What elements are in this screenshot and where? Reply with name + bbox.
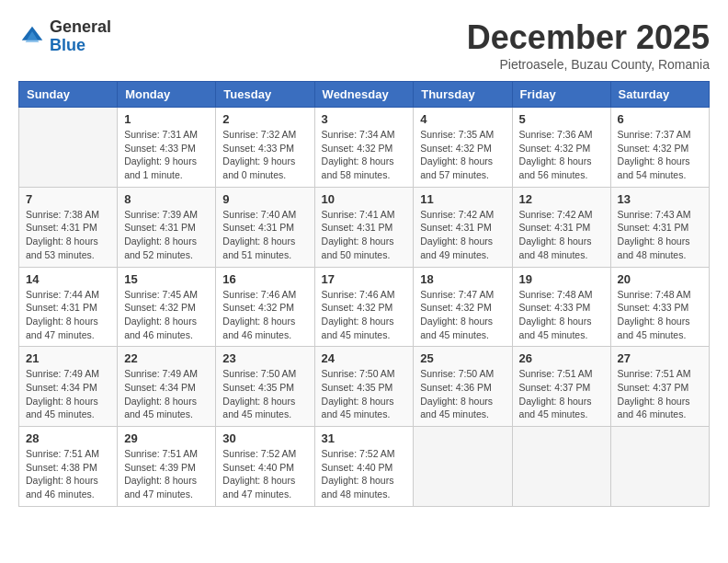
page-header: General Blue December 2025 Pietroasele, … bbox=[18, 18, 710, 72]
calendar-table: SundayMondayTuesdayWednesdayThursdayFrid… bbox=[18, 81, 710, 507]
calendar-week-2: 7Sunrise: 7:38 AM Sunset: 4:31 PM Daylig… bbox=[19, 187, 710, 267]
logo-general-text: General bbox=[50, 17, 111, 36]
day-info: Sunrise: 7:45 AM Sunset: 4:32 PM Dayligh… bbox=[124, 288, 209, 342]
day-header-saturday: Saturday bbox=[610, 82, 709, 108]
logo-icon bbox=[18, 23, 46, 51]
calendar-week-5: 28Sunrise: 7:51 AM Sunset: 4:38 PM Dayli… bbox=[19, 427, 710, 507]
calendar-cell: 10Sunrise: 7:41 AM Sunset: 4:31 PM Dayli… bbox=[314, 187, 414, 267]
day-header-sunday: Sunday bbox=[19, 82, 118, 108]
calendar-cell: 12Sunrise: 7:42 AM Sunset: 4:31 PM Dayli… bbox=[512, 187, 610, 267]
day-info: Sunrise: 7:50 AM Sunset: 4:36 PM Dayligh… bbox=[420, 367, 505, 421]
calendar-cell: 1Sunrise: 7:31 AM Sunset: 4:33 PM Daylig… bbox=[118, 108, 216, 188]
calendar-cell: 16Sunrise: 7:46 AM Sunset: 4:32 PM Dayli… bbox=[216, 267, 314, 347]
day-info: Sunrise: 7:40 AM Sunset: 4:31 PM Dayligh… bbox=[222, 208, 307, 262]
day-number: 15 bbox=[124, 272, 209, 286]
calendar-cell: 26Sunrise: 7:51 AM Sunset: 4:37 PM Dayli… bbox=[512, 347, 610, 427]
day-number: 28 bbox=[26, 431, 110, 445]
calendar-cell: 25Sunrise: 7:50 AM Sunset: 4:36 PM Dayli… bbox=[414, 347, 512, 427]
calendar-week-4: 21Sunrise: 7:49 AM Sunset: 4:34 PM Dayli… bbox=[19, 347, 710, 427]
day-number: 18 bbox=[420, 272, 505, 286]
day-info: Sunrise: 7:36 AM Sunset: 4:32 PM Dayligh… bbox=[519, 128, 604, 182]
calendar-cell: 4Sunrise: 7:35 AM Sunset: 4:32 PM Daylig… bbox=[414, 108, 512, 188]
calendar-cell: 24Sunrise: 7:50 AM Sunset: 4:35 PM Dayli… bbox=[314, 347, 414, 427]
logo-blue-text: Blue bbox=[50, 36, 85, 54]
day-number: 8 bbox=[124, 192, 209, 206]
calendar-cell: 6Sunrise: 7:37 AM Sunset: 4:32 PM Daylig… bbox=[610, 108, 709, 188]
day-info: Sunrise: 7:51 AM Sunset: 4:37 PM Dayligh… bbox=[519, 367, 604, 421]
day-info: Sunrise: 7:48 AM Sunset: 4:33 PM Dayligh… bbox=[519, 288, 604, 342]
day-info: Sunrise: 7:50 AM Sunset: 4:35 PM Dayligh… bbox=[322, 367, 407, 421]
day-number: 31 bbox=[322, 431, 407, 445]
day-header-monday: Monday bbox=[118, 82, 216, 108]
calendar-cell: 3Sunrise: 7:34 AM Sunset: 4:32 PM Daylig… bbox=[314, 108, 414, 188]
day-number: 22 bbox=[124, 351, 209, 365]
day-number: 13 bbox=[618, 192, 702, 206]
calendar-week-3: 14Sunrise: 7:44 AM Sunset: 4:31 PM Dayli… bbox=[19, 267, 710, 347]
day-number: 2 bbox=[222, 112, 307, 126]
day-number: 29 bbox=[124, 431, 209, 445]
logo: General Blue bbox=[18, 18, 111, 55]
calendar-cell bbox=[19, 108, 118, 188]
calendar-cell: 20Sunrise: 7:48 AM Sunset: 4:33 PM Dayli… bbox=[610, 267, 709, 347]
day-header-thursday: Thursday bbox=[414, 82, 512, 108]
day-number: 7 bbox=[26, 192, 110, 206]
day-number: 26 bbox=[519, 351, 604, 365]
day-info: Sunrise: 7:48 AM Sunset: 4:33 PM Dayligh… bbox=[618, 288, 702, 342]
day-info: Sunrise: 7:42 AM Sunset: 4:31 PM Dayligh… bbox=[420, 208, 505, 262]
calendar-cell: 29Sunrise: 7:51 AM Sunset: 4:39 PM Dayli… bbox=[118, 427, 216, 507]
location-title: Pietroasele, Buzau County, Romania bbox=[467, 57, 710, 72]
calendar-cell: 5Sunrise: 7:36 AM Sunset: 4:32 PM Daylig… bbox=[512, 108, 610, 188]
calendar-cell: 27Sunrise: 7:51 AM Sunset: 4:37 PM Dayli… bbox=[610, 347, 709, 427]
calendar-cell: 22Sunrise: 7:49 AM Sunset: 4:34 PM Dayli… bbox=[118, 347, 216, 427]
calendar-cell: 7Sunrise: 7:38 AM Sunset: 4:31 PM Daylig… bbox=[19, 187, 118, 267]
day-number: 30 bbox=[222, 431, 307, 445]
day-number: 23 bbox=[222, 351, 307, 365]
day-info: Sunrise: 7:49 AM Sunset: 4:34 PM Dayligh… bbox=[124, 367, 209, 421]
day-number: 27 bbox=[618, 351, 702, 365]
calendar-cell: 31Sunrise: 7:52 AM Sunset: 4:40 PM Dayli… bbox=[314, 427, 414, 507]
calendar-header-row: SundayMondayTuesdayWednesdayThursdayFrid… bbox=[19, 82, 710, 108]
day-info: Sunrise: 7:32 AM Sunset: 4:33 PM Dayligh… bbox=[222, 128, 307, 182]
calendar-cell bbox=[610, 427, 709, 507]
calendar-cell: 9Sunrise: 7:40 AM Sunset: 4:31 PM Daylig… bbox=[216, 187, 314, 267]
day-info: Sunrise: 7:35 AM Sunset: 4:32 PM Dayligh… bbox=[420, 128, 505, 182]
day-number: 10 bbox=[322, 192, 407, 206]
day-info: Sunrise: 7:34 AM Sunset: 4:32 PM Dayligh… bbox=[322, 128, 407, 182]
day-number: 4 bbox=[420, 112, 505, 126]
day-info: Sunrise: 7:46 AM Sunset: 4:32 PM Dayligh… bbox=[322, 288, 407, 342]
calendar-cell: 17Sunrise: 7:46 AM Sunset: 4:32 PM Dayli… bbox=[314, 267, 414, 347]
day-info: Sunrise: 7:41 AM Sunset: 4:31 PM Dayligh… bbox=[322, 208, 407, 262]
day-info: Sunrise: 7:51 AM Sunset: 4:39 PM Dayligh… bbox=[124, 447, 209, 501]
day-number: 20 bbox=[618, 272, 702, 286]
day-number: 16 bbox=[222, 272, 307, 286]
day-info: Sunrise: 7:51 AM Sunset: 4:38 PM Dayligh… bbox=[26, 447, 110, 501]
day-info: Sunrise: 7:50 AM Sunset: 4:35 PM Dayligh… bbox=[222, 367, 307, 421]
calendar-cell: 28Sunrise: 7:51 AM Sunset: 4:38 PM Dayli… bbox=[19, 427, 118, 507]
day-number: 24 bbox=[322, 351, 407, 365]
day-number: 25 bbox=[420, 351, 505, 365]
calendar-cell: 15Sunrise: 7:45 AM Sunset: 4:32 PM Dayli… bbox=[118, 267, 216, 347]
day-info: Sunrise: 7:39 AM Sunset: 4:31 PM Dayligh… bbox=[124, 208, 209, 262]
day-number: 14 bbox=[26, 272, 110, 286]
day-number: 5 bbox=[519, 112, 604, 126]
day-info: Sunrise: 7:52 AM Sunset: 4:40 PM Dayligh… bbox=[222, 447, 307, 501]
calendar-cell: 13Sunrise: 7:43 AM Sunset: 4:31 PM Dayli… bbox=[610, 187, 709, 267]
day-number: 12 bbox=[519, 192, 604, 206]
day-info: Sunrise: 7:38 AM Sunset: 4:31 PM Dayligh… bbox=[26, 208, 110, 262]
calendar-cell bbox=[512, 427, 610, 507]
day-number: 21 bbox=[26, 351, 110, 365]
day-number: 17 bbox=[322, 272, 407, 286]
day-info: Sunrise: 7:49 AM Sunset: 4:34 PM Dayligh… bbox=[26, 367, 110, 421]
calendar-cell: 2Sunrise: 7:32 AM Sunset: 4:33 PM Daylig… bbox=[216, 108, 314, 188]
day-info: Sunrise: 7:37 AM Sunset: 4:32 PM Dayligh… bbox=[618, 128, 702, 182]
calendar-cell: 19Sunrise: 7:48 AM Sunset: 4:33 PM Dayli… bbox=[512, 267, 610, 347]
day-info: Sunrise: 7:44 AM Sunset: 4:31 PM Dayligh… bbox=[26, 288, 110, 342]
day-info: Sunrise: 7:46 AM Sunset: 4:32 PM Dayligh… bbox=[222, 288, 307, 342]
calendar-cell: 8Sunrise: 7:39 AM Sunset: 4:31 PM Daylig… bbox=[118, 187, 216, 267]
calendar-cell: 23Sunrise: 7:50 AM Sunset: 4:35 PM Dayli… bbox=[216, 347, 314, 427]
day-number: 19 bbox=[519, 272, 604, 286]
day-number: 6 bbox=[618, 112, 702, 126]
calendar-cell: 14Sunrise: 7:44 AM Sunset: 4:31 PM Dayli… bbox=[19, 267, 118, 347]
day-number: 1 bbox=[124, 112, 209, 126]
day-info: Sunrise: 7:52 AM Sunset: 4:40 PM Dayligh… bbox=[322, 447, 407, 501]
